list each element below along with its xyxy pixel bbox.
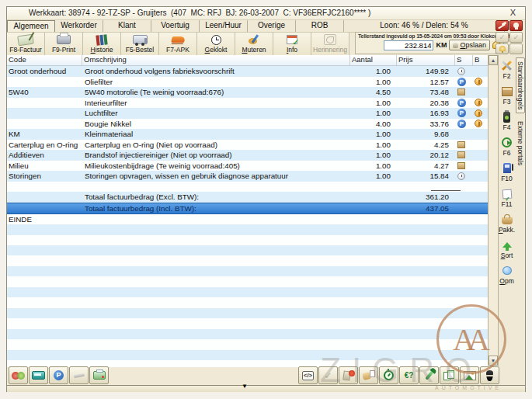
bell-button[interactable]	[495, 43, 509, 54]
euro-question-button[interactable]: €?	[399, 366, 419, 384]
hand-schedule-button[interactable]	[359, 366, 378, 384]
total-incl-row-selected[interactable]: Totaal factuurbedrag (Incl. BTW):437.05	[7, 203, 498, 214]
card-terminal-button[interactable]	[29, 366, 48, 384]
part-icon: P	[457, 120, 466, 128]
einde-row[interactable]: EINDE	[7, 214, 498, 225]
wrench-button[interactable]	[419, 366, 439, 384]
package-icon	[502, 87, 513, 96]
sidebar-tab-externe-portals[interactable]: Externe portals	[516, 117, 525, 169]
f8-factuur-button[interactable]: F8-Factuur	[7, 33, 45, 55]
stock-icon	[457, 162, 465, 169]
brand-ovals-button[interactable]	[9, 366, 28, 384]
herinnering-button[interactable]: Herinnering	[311, 33, 349, 55]
tab-rob[interactable]: ROB	[296, 20, 344, 32]
tab-overige[interactable]: Overige	[248, 20, 296, 32]
documents-icon	[443, 370, 455, 381]
documents-button[interactable]	[440, 366, 459, 384]
table-row[interactable]: Oliefilter1.0012.57P	[7, 77, 498, 88]
sidebar-item-f10[interactable]: F10	[501, 162, 513, 182]
brand-ovals-icon	[12, 371, 26, 380]
reminder-icon	[324, 34, 336, 45]
empty-rows-area	[7, 224, 498, 367]
invoice-icon	[17, 33, 34, 46]
part-icon: P	[457, 109, 466, 117]
table-row[interactable]: 5W405W40 motorolie (Te weinig voorraad:6…	[7, 87, 498, 98]
total-excl-row[interactable]: Totaal factuurbedrag (Excl. BTW):361.20	[7, 192, 498, 203]
calendar-check-icon: ✓	[287, 35, 297, 44]
sidebar-item-f11[interactable]: ✓ F11	[501, 188, 512, 208]
parts-circle-button[interactable]: P	[49, 366, 68, 384]
tab-leen-huur[interactable]: Leen/Huur	[200, 20, 248, 32]
code-icon: </>	[302, 371, 314, 380]
sidebar-item-f2[interactable]: F2	[501, 60, 513, 80]
tools-paint-icon	[342, 370, 355, 381]
table-row[interactable]: Groot onderhoudGroot onderhoud volgens f…	[7, 66, 498, 77]
scroll-down-icon[interactable]: ▼	[489, 356, 498, 366]
table-header: Code Omschrijving Aantal Prijs S B	[7, 55, 498, 66]
sidebar-item-opm[interactable]: Opm	[499, 265, 513, 285]
tab-klant[interactable]: Klant	[103, 20, 151, 32]
confirm-button[interactable]: ✓	[318, 366, 338, 384]
close-icon[interactable]: X	[510, 8, 516, 17]
sidebar-item-f3[interactable]: F3	[502, 85, 513, 106]
confirm-left-button[interactable]: ✓	[495, 32, 509, 43]
stopwatch-button[interactable]	[379, 366, 398, 384]
header-s: S	[455, 55, 473, 65]
sidebar-item-f4[interactable]: F4	[503, 111, 511, 131]
opslaan-button[interactable]: Opslaan	[449, 40, 490, 50]
table-row[interactable]: Bougie Nikkel4.0033.76P	[7, 119, 498, 130]
photo-button[interactable]	[460, 366, 479, 384]
link-button[interactable]	[69, 366, 89, 384]
geklokt-button[interactable]: Geklokt	[197, 33, 235, 55]
werkkaart-window: Werkkaart: 38974 - 92-TZ-SP - Gruijters …	[6, 6, 526, 392]
f5-bestel-button[interactable]: F5-Bestel	[121, 33, 159, 55]
sidebar-item-sort[interactable]: Sort	[501, 239, 513, 259]
hammer-icon[interactable]	[495, 20, 509, 31]
sidebar-tab-standaardregels[interactable]: Standaardregels	[516, 57, 525, 113]
sidebar-item-pakk[interactable]: Pakk.	[499, 213, 515, 234]
code-view-button[interactable]: </>	[298, 366, 318, 384]
table-row[interactable]: Carterplug en O-ringCarterplug en O-ring…	[7, 140, 498, 151]
muteren-button[interactable]: Muteren	[235, 33, 273, 55]
tools-paint-button[interactable]	[339, 366, 358, 384]
table-row[interactable]: Interieurfilter1.0020.38P	[7, 98, 498, 109]
window-title: Werkkaart: 38974 - 92-TZ-SP - Gruijters …	[29, 9, 370, 17]
quick-action-grid: ✓ ✓	[495, 20, 524, 54]
check-icon: ✓	[496, 33, 508, 42]
check-icon: ✓	[324, 371, 332, 380]
battery-icon	[503, 112, 510, 123]
scroll-up-icon[interactable]: ▲	[489, 55, 498, 65]
historie-button[interactable]: Historie	[83, 33, 121, 55]
hand-schedule-icon	[363, 370, 375, 380]
table-row[interactable]: StoringenStoringen opvragen, wissen en g…	[7, 171, 498, 182]
table-row[interactable]: MilieuMilieukostenbijdrage (Te weinig vo…	[7, 161, 498, 172]
f9-print-button[interactable]: F9-Print	[45, 33, 83, 55]
f7-apk-button[interactable]: F7-APK	[159, 33, 197, 55]
empty-button[interactable]	[509, 43, 523, 54]
part-icon: P	[457, 78, 466, 86]
printer-icon	[57, 35, 71, 44]
table-row[interactable]: Luchtfilter1.0016.93P	[7, 108, 498, 119]
photo-icon	[464, 371, 476, 380]
tools-icon	[501, 60, 513, 71]
splitter-down-icon[interactable]: ▼	[242, 383, 248, 390]
table-scrollbar[interactable]: ▲ ▼	[488, 55, 498, 366]
info-button[interactable]: ✓ Info	[273, 33, 311, 55]
stock-icon	[457, 141, 465, 148]
books-icon	[96, 34, 107, 45]
tab-werkorder[interactable]: Werkorder	[55, 20, 103, 32]
table-row[interactable]: KMKleinmateriaal1.009.68	[7, 129, 498, 140]
tab-voertuig[interactable]: Voertuig	[151, 20, 200, 32]
tab-algemeen[interactable]: Algemeen	[7, 20, 55, 32]
spinner-top-button[interactable]	[480, 366, 499, 384]
confirm-right-button[interactable]: ✓	[509, 32, 523, 43]
fuel-pump-icon	[503, 163, 511, 173]
print-export-button[interactable]	[89, 366, 109, 384]
glove-icon[interactable]	[509, 20, 523, 31]
header-prijs: Prijs	[397, 55, 455, 65]
truck-icon	[133, 35, 148, 44]
sidebar-item-f6[interactable]: F6	[502, 137, 512, 157]
order-icon	[475, 109, 482, 117]
table-row[interactable]: AdditievenBrandstof injectiereiniger (Ni…	[7, 150, 498, 161]
odometer-input[interactable]	[384, 40, 433, 50]
